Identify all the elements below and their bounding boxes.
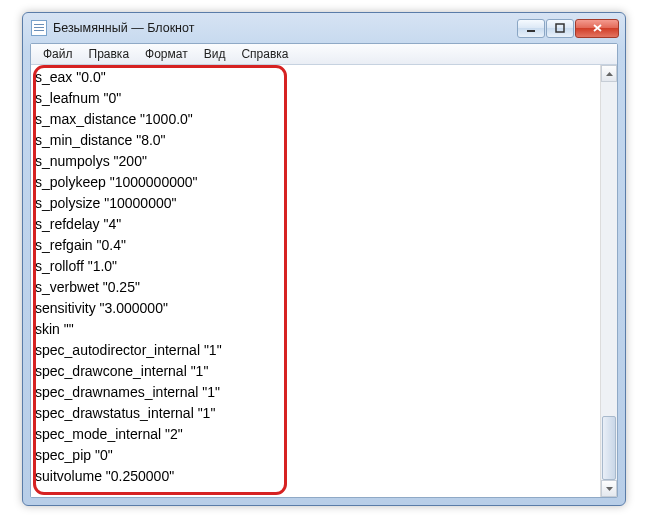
text-line: spec_drawstatus_internal "1" bbox=[35, 403, 596, 424]
menu-edit[interactable]: Правка bbox=[81, 45, 138, 63]
text-line: spec_autodirector_internal "1" bbox=[35, 340, 596, 361]
vertical-scrollbar[interactable] bbox=[600, 65, 617, 497]
text-line: suitvolume "0.250000" bbox=[35, 466, 596, 487]
menubar: Файл Правка Формат Вид Справка bbox=[31, 44, 617, 65]
app-icon bbox=[31, 20, 47, 36]
text-line: s_polysize "10000000" bbox=[35, 193, 596, 214]
text-line: s_eax "0.0" bbox=[35, 67, 596, 88]
close-button[interactable] bbox=[575, 19, 619, 38]
menu-view[interactable]: Вид bbox=[196, 45, 234, 63]
content-area: s_eax "0.0"s_leafnum "0"s_max_distance "… bbox=[31, 65, 617, 497]
text-line: s_leafnum "0" bbox=[35, 88, 596, 109]
text-line: sensitivity "3.000000" bbox=[35, 298, 596, 319]
text-line: s_max_distance "1000.0" bbox=[35, 109, 596, 130]
text-line: s_numpolys "200" bbox=[35, 151, 596, 172]
text-editor[interactable]: s_eax "0.0"s_leafnum "0"s_max_distance "… bbox=[31, 65, 600, 497]
text-line: spec_drawnames_internal "1" bbox=[35, 382, 596, 403]
text-line: s_refdelay "4" bbox=[35, 214, 596, 235]
titlebar[interactable]: Безымянный — Блокнот bbox=[23, 13, 625, 43]
text-line: spec_drawcone_internal "1" bbox=[35, 361, 596, 382]
text-line: spec_pip "0" bbox=[35, 445, 596, 466]
minimize-button[interactable] bbox=[517, 19, 545, 38]
text-line: s_min_distance "8.0" bbox=[35, 130, 596, 151]
text-line: s_rolloff "1.0" bbox=[35, 256, 596, 277]
scroll-up-button[interactable] bbox=[601, 65, 617, 82]
notepad-window: Безымянный — Блокнот Файл Правка Формат … bbox=[22, 12, 626, 506]
scroll-down-button[interactable] bbox=[601, 480, 617, 497]
text-line: skin "" bbox=[35, 319, 596, 340]
scroll-track[interactable] bbox=[601, 82, 617, 480]
text-line: s_refgain "0.4" bbox=[35, 235, 596, 256]
maximize-button[interactable] bbox=[546, 19, 574, 38]
text-line: s_polykeep "1000000000" bbox=[35, 172, 596, 193]
menu-format[interactable]: Формат bbox=[137, 45, 196, 63]
scroll-thumb[interactable] bbox=[602, 416, 616, 480]
window-title: Безымянный — Блокнот bbox=[53, 21, 194, 35]
client-area: Файл Правка Формат Вид Справка s_eax "0.… bbox=[30, 43, 618, 498]
svg-rect-0 bbox=[527, 30, 535, 32]
text-line: spec_mode_internal "2" bbox=[35, 424, 596, 445]
svg-rect-1 bbox=[556, 24, 564, 32]
menu-file[interactable]: Файл bbox=[35, 45, 81, 63]
window-controls bbox=[517, 19, 619, 38]
menu-help[interactable]: Справка bbox=[233, 45, 296, 63]
text-line: s_verbwet "0.25" bbox=[35, 277, 596, 298]
